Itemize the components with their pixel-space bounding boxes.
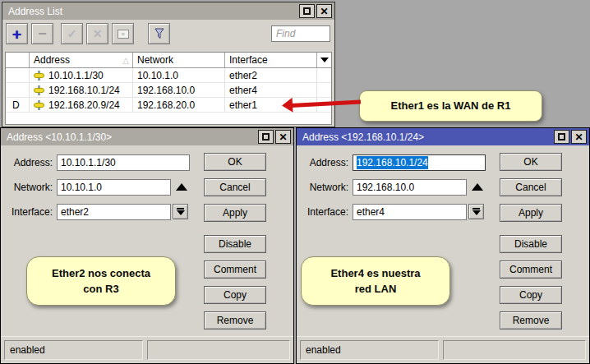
- ip-address-icon: [34, 100, 45, 110]
- collapse-arrow-icon[interactable]: [176, 183, 187, 191]
- ok-button[interactable]: OK: [500, 153, 562, 171]
- comment-button[interactable]: Comment: [500, 260, 562, 279]
- callout-r3-annotation: Ether2 nos conecta con R3: [26, 256, 176, 306]
- remove-button[interactable]: Remove: [204, 311, 266, 329]
- address-field[interactable]: 192.168.10.1/24: [353, 154, 486, 171]
- add-icon: +: [12, 26, 21, 42]
- row-interface: ether2: [225, 68, 317, 82]
- row-address: 192.168.10.1/24: [30, 83, 133, 97]
- address-list-titlebar[interactable]: Address List ✕: [2, 2, 334, 20]
- close-icon: ✕: [320, 7, 328, 16]
- callout-lan-annotation: Ether4 es nuestra red LAN: [301, 256, 450, 306]
- chevron-down-icon: [320, 58, 329, 62]
- address-field[interactable]: [57, 154, 190, 171]
- address-column-header[interactable]: Address △: [30, 53, 133, 67]
- remove-button[interactable]: Remove: [500, 311, 562, 329]
- row-address: 10.10.1.1/30: [30, 68, 133, 82]
- row-network: 192.168.10.0: [133, 83, 225, 97]
- address-dialog-ether4: Address <192.168.10.1/24> ✕ Address: 192…: [296, 127, 590, 364]
- disable-button[interactable]: Disable: [204, 235, 266, 253]
- interface-dropdown-button[interactable]: [173, 204, 188, 219]
- network-field[interactable]: [57, 179, 171, 196]
- address-table: Address △ Network Interface 10.10.1.1/30…: [5, 52, 332, 125]
- network-label: Network:: [1, 179, 53, 196]
- interface-field[interactable]: [57, 204, 171, 220]
- dropdown-icon: [177, 208, 184, 210]
- maximize-icon: [262, 133, 270, 141]
- maximize-button[interactable]: [554, 130, 569, 144]
- filter-icon: [153, 27, 166, 40]
- row-flag: [6, 68, 30, 82]
- interface-label: Interface:: [297, 204, 348, 220]
- ok-button[interactable]: OK: [204, 153, 266, 171]
- column-options-button[interactable]: [317, 53, 331, 67]
- apply-button[interactable]: Apply: [500, 204, 562, 222]
- dialog-titlebar[interactable]: Address <192.168.10.1/24> ✕: [297, 128, 589, 145]
- status-extra: [147, 340, 290, 360]
- desktop: { "colors": { "active_titlebar": "#4a56b…: [0, 0, 590, 364]
- ip-address-icon: [34, 71, 45, 81]
- arrow-head-icon: [282, 98, 293, 113]
- comment-icon: ≡: [118, 30, 129, 39]
- network-column-header[interactable]: Network: [133, 53, 225, 67]
- disable-icon: ✕: [93, 28, 103, 39]
- network-field[interactable]: [353, 179, 467, 196]
- status-enabled: enabled: [300, 340, 439, 360]
- interface-dropdown-button[interactable]: [468, 204, 484, 219]
- interface-label: Interface:: [1, 204, 53, 220]
- close-button[interactable]: ✕: [275, 130, 291, 144]
- comment-button[interactable]: ≡: [112, 23, 134, 44]
- cancel-button[interactable]: Cancel: [204, 178, 266, 196]
- row-network: 10.10.1.0: [133, 68, 225, 82]
- table-row[interactable]: 192.168.10.1/24 192.168.10.0 ether4: [6, 83, 331, 98]
- status-bar: enabled: [1, 336, 293, 363]
- row-flag-dynamic: D: [6, 98, 30, 112]
- filter-button[interactable]: [148, 23, 170, 44]
- dialog-title: Address <10.10.1.1/30>: [7, 131, 256, 143]
- close-icon: ✕: [574, 132, 583, 142]
- enable-button[interactable]: ✓: [61, 23, 83, 44]
- copy-button[interactable]: Copy: [204, 286, 266, 304]
- table-header: Address △ Network Interface: [6, 53, 331, 68]
- disable-button[interactable]: Disable: [500, 235, 562, 253]
- cancel-button[interactable]: Cancel: [500, 178, 562, 196]
- selected-text: 192.168.10.1/24: [357, 156, 428, 169]
- collapse-arrow-icon[interactable]: [472, 183, 483, 191]
- close-icon: ✕: [279, 132, 287, 142]
- interface-field[interactable]: [353, 204, 467, 220]
- status-enabled: enabled: [4, 340, 143, 360]
- address-label: Address:: [1, 154, 53, 171]
- status-extra: [443, 340, 586, 360]
- add-button[interactable]: +: [6, 23, 28, 44]
- dropdown-icon: [472, 208, 480, 210]
- interface-column-header[interactable]: Interface: [225, 53, 317, 67]
- apply-button[interactable]: Apply: [204, 204, 266, 222]
- row-address: 192.168.20.9/24: [30, 98, 133, 112]
- red-arrow-annotation: [282, 94, 362, 113]
- row-network: 192.168.20.0: [133, 98, 225, 112]
- disable-button[interactable]: ✕: [86, 23, 108, 44]
- maximize-button[interactable]: [299, 4, 315, 18]
- ip-address-icon: [34, 85, 45, 95]
- address-column-label: Address: [34, 54, 70, 66]
- maximize-icon: [558, 133, 565, 141]
- comment-button[interactable]: Comment: [204, 260, 266, 279]
- dialog-title: Address <192.168.10.1/24>: [302, 131, 552, 143]
- address-dialog-ether2: Address <10.10.1.1/30> ✕ Address: Networ…: [0, 127, 294, 364]
- maximize-icon: [303, 7, 311, 15]
- enable-icon: ✓: [67, 28, 77, 39]
- dialog-titlebar[interactable]: Address <10.10.1.1/30> ✕: [1, 128, 293, 145]
- maximize-button[interactable]: [258, 130, 274, 144]
- find-input[interactable]: [271, 25, 330, 42]
- close-button[interactable]: ✕: [571, 130, 587, 144]
- flag-column-header[interactable]: [6, 53, 30, 67]
- copy-button[interactable]: Copy: [500, 286, 562, 304]
- status-bar: enabled: [297, 336, 589, 363]
- row-interface: ether4: [225, 83, 317, 97]
- address-label: Address:: [297, 154, 348, 171]
- network-label: Network:: [297, 179, 348, 196]
- table-row[interactable]: 10.10.1.1/30 10.10.1.0 ether2: [6, 68, 331, 83]
- window-title: Address List: [8, 6, 297, 17]
- remove-button[interactable]: −: [31, 23, 53, 44]
- close-button[interactable]: ✕: [316, 4, 332, 18]
